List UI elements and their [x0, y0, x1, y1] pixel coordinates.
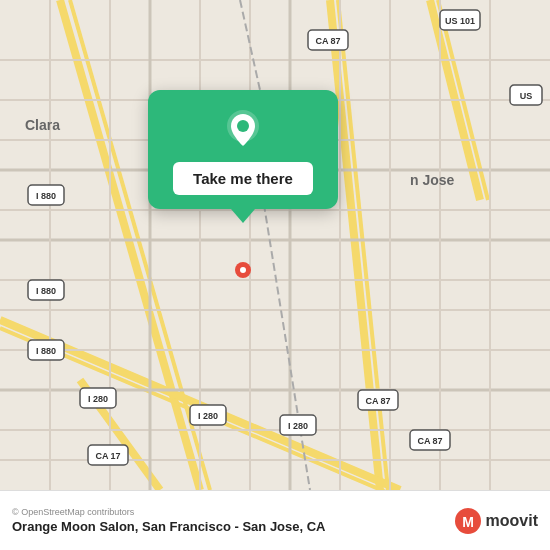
- svg-text:I 880: I 880: [36, 191, 56, 201]
- take-me-there-button[interactable]: Take me there: [173, 162, 313, 195]
- location-title: Orange Moon Salon, San Francisco - San J…: [12, 519, 454, 534]
- bottom-left-content: © OpenStreetMap contributors Orange Moon…: [12, 507, 454, 534]
- svg-text:US 101: US 101: [445, 16, 475, 26]
- svg-text:US: US: [520, 91, 533, 101]
- svg-text:Clara: Clara: [25, 117, 60, 133]
- svg-point-64: [237, 120, 249, 132]
- svg-text:CA 87: CA 87: [315, 36, 340, 46]
- svg-text:I 280: I 280: [288, 421, 308, 431]
- svg-text:CA 87: CA 87: [417, 436, 442, 446]
- copyright-text: © OpenStreetMap contributors: [12, 507, 454, 517]
- svg-text:CA 87: CA 87: [365, 396, 390, 406]
- map-container: I 880 I 880 I 880 CA 87 CA 87 CA 87 I 28…: [0, 0, 550, 490]
- moovit-icon: M: [454, 507, 482, 535]
- svg-text:I 280: I 280: [88, 394, 108, 404]
- svg-text:n Jose: n Jose: [410, 172, 455, 188]
- svg-text:M: M: [462, 514, 474, 530]
- location-pin-icon: [221, 108, 265, 152]
- bottom-bar: © OpenStreetMap contributors Orange Moon…: [0, 490, 550, 550]
- map-background: I 880 I 880 I 880 CA 87 CA 87 CA 87 I 28…: [0, 0, 550, 490]
- svg-text:I 880: I 880: [36, 346, 56, 356]
- moovit-text: moovit: [486, 512, 538, 530]
- popup-card: Take me there: [148, 90, 338, 209]
- svg-text:CA 17: CA 17: [95, 451, 120, 461]
- svg-text:I 280: I 280: [198, 411, 218, 421]
- svg-text:I 880: I 880: [36, 286, 56, 296]
- svg-point-62: [240, 267, 246, 273]
- moovit-logo: M moovit: [454, 507, 538, 535]
